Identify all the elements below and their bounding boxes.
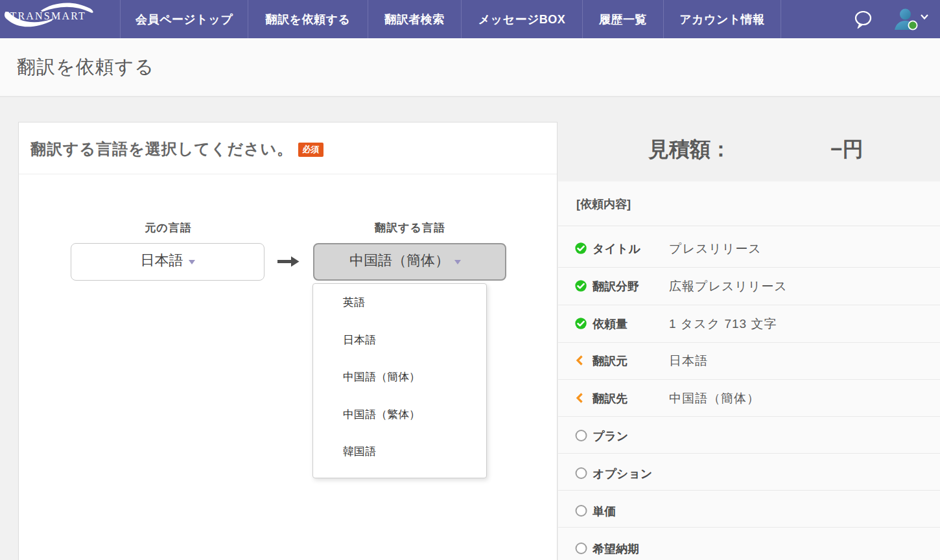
svg-text:TRANSMART: TRANSMART [10,10,87,21]
